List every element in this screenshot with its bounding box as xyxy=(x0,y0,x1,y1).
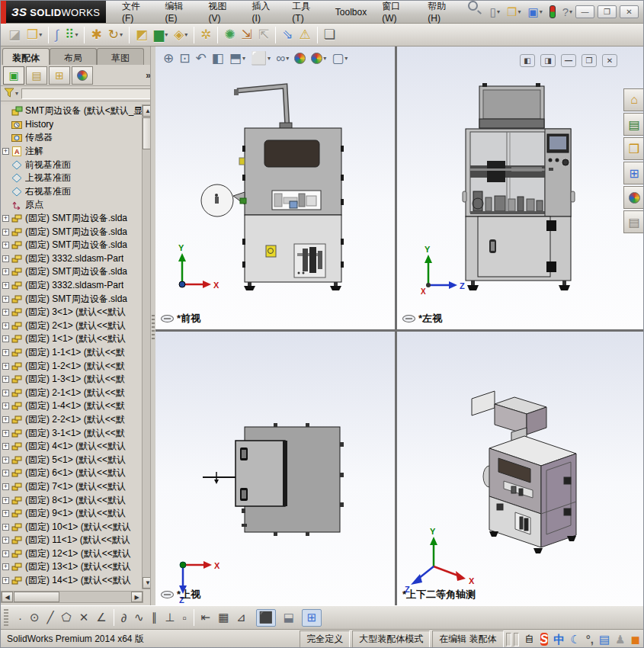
open-document-icon[interactable]: ❒▾ xyxy=(504,4,524,20)
length-snap-icon[interactable]: ⇤ xyxy=(197,610,215,625)
dropdown-arrow-icon[interactable]: ▾ xyxy=(286,55,289,62)
expand-icon[interactable]: + xyxy=(2,215,9,222)
expand-icon[interactable]: + xyxy=(2,443,9,450)
filter-dropdown-icon[interactable]: ▾ xyxy=(15,90,18,97)
parallel-snap-icon[interactable]: ∥ xyxy=(148,610,162,625)
tree-item[interactable]: 上视基准面 xyxy=(1,172,142,185)
tree-item[interactable]: +(固定) SMT周边设备.slda xyxy=(1,239,142,252)
tree-item[interactable]: +(固定) 2<1> (默认<<默认 xyxy=(1,319,142,333)
tree-horizontal-scrollbar[interactable]: ◀ ▶ xyxy=(1,591,143,603)
previous-view-icon[interactable]: ↶ xyxy=(194,50,208,67)
tree-item[interactable]: +(固定) 9<1> (默认<<默认 xyxy=(1,507,142,521)
viewport-next-icon[interactable]: ◨ xyxy=(540,54,556,67)
instant-3d-icon[interactable]: ⇱ xyxy=(256,27,271,43)
insert-components-icon[interactable]: ❒▾ xyxy=(24,27,44,43)
configurationmanager-tab[interactable]: ⊞ xyxy=(49,66,70,85)
filter-input[interactable] xyxy=(21,88,151,99)
viewport-vertical-splitter[interactable] xyxy=(395,47,397,605)
expand-icon[interactable]: + xyxy=(2,282,9,289)
tree-item[interactable]: History xyxy=(1,118,142,132)
featuremanager-design-tree-tab[interactable]: ▣ xyxy=(3,66,24,85)
mate-icon[interactable]: ∫ xyxy=(53,27,61,43)
view-orientation-icon[interactable]: ⬒▾ xyxy=(228,50,247,67)
expand-icon[interactable]: + xyxy=(2,563,9,570)
expand-icon[interactable]: + xyxy=(2,376,9,383)
angle-measure-snap-icon[interactable]: ⊿ xyxy=(232,610,250,625)
search-icon[interactable] xyxy=(468,1,478,11)
save-document-icon[interactable]: ▣▾ xyxy=(524,4,545,20)
panel-splitter[interactable] xyxy=(150,47,155,605)
tree-item[interactable]: 传感器 xyxy=(1,131,142,145)
viewport-isometric[interactable]: Y X Z *上下二等角轴测 xyxy=(397,332,644,605)
doc-restore-icon[interactable]: ❐ xyxy=(582,54,597,67)
dropdown-arrow-icon[interactable]: ▾ xyxy=(344,55,348,62)
dropdown-arrow-icon[interactable]: ▾ xyxy=(120,31,123,38)
tree-item[interactable]: +(固定) 1<1> (默认<<默认 xyxy=(1,332,142,346)
tree-item[interactable]: +(固定) 12<1> (默认<<默认 xyxy=(1,547,142,561)
point-snap-icon[interactable]: · xyxy=(14,611,26,625)
panel-tab-2[interactable]: 草图 xyxy=(97,48,144,65)
interference-detection-icon[interactable]: ⇘ xyxy=(280,27,295,43)
single-view-icon[interactable]: ⬛ xyxy=(256,609,276,627)
dropdown-arrow-icon[interactable]: ▾ xyxy=(569,8,572,15)
tree-item[interactable]: 右视基准面 xyxy=(1,185,142,199)
viewport-top[interactable]: X Z *上视 xyxy=(155,332,395,605)
expand-icon[interactable]: + xyxy=(2,577,9,584)
tree-item[interactable]: +(固定) SMT周边设备.slda xyxy=(1,265,142,279)
filter-funnel-icon[interactable] xyxy=(4,87,14,101)
expand-icon[interactable]: + xyxy=(2,322,9,329)
propertymanager-tab[interactable]: ▤ xyxy=(26,66,47,85)
tree-item[interactable]: +(固定) 4<1> (默认<<默认 xyxy=(1,440,142,454)
custom-properties-icon[interactable]: ▤ xyxy=(623,210,644,233)
perpendicular-snap-icon[interactable]: ⊥ xyxy=(161,610,178,625)
minimize-button[interactable]: — xyxy=(575,5,594,18)
tree-item[interactable]: +(固定) SMT周边设备.slda xyxy=(1,225,142,239)
center-point-snap-icon[interactable]: ⊙ xyxy=(26,610,43,625)
tree-item[interactable]: +(固定) 3<1> (默认<<默认 xyxy=(1,306,142,319)
panel-tab-0[interactable]: 装配体 xyxy=(2,48,50,65)
dropdown-arrow-icon[interactable]: ▾ xyxy=(242,55,245,62)
tree-item[interactable]: +(固定) 3332.sldasm-Part xyxy=(1,252,142,266)
tree-item[interactable]: +(固定) 1-4<1> (默认<<默 xyxy=(1,399,142,413)
expand-icon[interactable]: + xyxy=(2,390,9,396)
tree-item[interactable]: +(固定) 7<1> (默认<<默认 xyxy=(1,480,142,494)
edit-appearance-icon[interactable] xyxy=(293,52,307,65)
tree-item[interactable]: +(固定) 13<1> (默认<<默认 xyxy=(1,560,142,574)
moon-mode-icon[interactable]: ☾ xyxy=(570,633,580,646)
section-view-icon[interactable]: ◧ xyxy=(210,50,226,67)
two-view-horizontal-icon[interactable]: ⬓ xyxy=(279,609,299,627)
linear-component-pattern-icon[interactable]: ⠿▾ xyxy=(62,27,80,43)
select-box-snap-icon[interactable]: ▫ xyxy=(178,611,190,625)
exploded-view-icon[interactable]: ✺ xyxy=(222,27,237,43)
toolbar-drag-handle[interactable] xyxy=(4,609,8,626)
expand-icon[interactable]: + xyxy=(2,255,9,262)
assembly-features-icon[interactable]: ▆▾ xyxy=(152,27,170,43)
edit-component-icon[interactable]: ◪ xyxy=(6,27,23,43)
dropdown-arrow-icon[interactable]: ▾ xyxy=(497,8,500,15)
tree-item[interactable]: +(固定) 3-1<1> (默认<<默 xyxy=(1,426,142,440)
menu-item-2[interactable]: 视图(V) xyxy=(202,0,244,26)
viewport-left[interactable]: Y Z X *左视 ◧◨—❐✕ xyxy=(397,47,644,329)
zoom-to-fit-icon[interactable]: ⊕ xyxy=(162,50,175,67)
performance-traffic-light-icon[interactable] xyxy=(546,3,559,21)
tree-item[interactable]: +(固定) 1-1<1> (默认<<默 xyxy=(1,346,142,360)
menu-item-5[interactable]: Toolbox xyxy=(328,5,373,20)
scroll-right-button[interactable]: ▶ xyxy=(131,592,143,602)
view-settings-icon[interactable]: ▢▾ xyxy=(330,50,349,67)
view-palette-icon[interactable]: ⊞ xyxy=(623,162,644,184)
display-style-icon[interactable]: ⬜▾ xyxy=(249,50,272,67)
dropdown-arrow-icon[interactable]: ▾ xyxy=(517,8,521,15)
expand-icon[interactable]: + xyxy=(2,483,9,490)
hide-show-items-icon[interactable]: ∞▾ xyxy=(274,50,290,67)
zoom-to-area-icon[interactable]: ⊡ xyxy=(178,50,191,67)
menu-item-6[interactable]: 窗口(W) xyxy=(375,0,419,26)
punctuation-mode-icon[interactable]: °, xyxy=(586,633,594,646)
tree-item[interactable]: +(固定) 8<1> (默认<<默认 xyxy=(1,493,142,507)
apply-scene-icon[interactable]: ▾ xyxy=(309,52,328,65)
expand-icon[interactable]: + xyxy=(2,510,9,517)
splitter-grip[interactable] xyxy=(152,315,155,341)
expand-icon[interactable]: + xyxy=(2,349,9,356)
design-library-icon[interactable]: ▤ xyxy=(623,113,644,136)
tree-item[interactable]: +A注解 xyxy=(1,145,142,159)
expand-icon[interactable]: + xyxy=(2,335,9,342)
